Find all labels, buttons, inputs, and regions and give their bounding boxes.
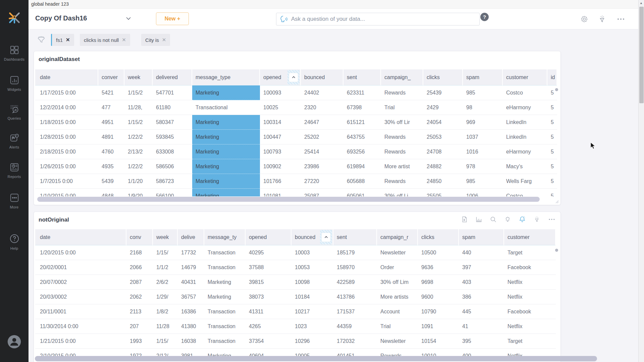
excel-export-icon[interactable] bbox=[461, 216, 468, 223]
user-avatar[interactable] bbox=[7, 335, 21, 349]
help-button[interactable]: ? bbox=[480, 13, 489, 21]
column-header-bounced[interactable]: bounced bbox=[291, 229, 333, 245]
column-header-campaign-[interactable]: campaign_ bbox=[381, 69, 423, 85]
settings-gear-icon[interactable] bbox=[580, 15, 589, 23]
selected-cell[interactable]: Marketing bbox=[192, 144, 260, 159]
widget-more-ellipsis-icon[interactable] bbox=[548, 216, 556, 223]
filter-funnel-sparkle-icon[interactable] bbox=[598, 15, 606, 23]
vertical-scrollbar[interactable] bbox=[555, 249, 558, 252]
cell: 10500 bbox=[418, 245, 459, 260]
cell: 20/02/0001 bbox=[35, 260, 126, 275]
chip-close-icon[interactable]: ✕ bbox=[122, 37, 126, 43]
column-header-spam[interactable]: spam bbox=[459, 229, 504, 245]
column-header-week[interactable]: week bbox=[153, 229, 178, 245]
selected-cell[interactable]: Marketing bbox=[192, 115, 260, 130]
ask-data-head-icon bbox=[280, 15, 288, 23]
column-header-id[interactable]: id bbox=[547, 69, 557, 85]
chip-close-icon[interactable]: ✕ bbox=[162, 37, 166, 43]
not-original-table: dateconvweekdelivemessage_tyopenedbounce… bbox=[35, 229, 556, 356]
chip-close-icon[interactable]: ✕ bbox=[66, 37, 70, 43]
page-horizontal-scrollbar[interactable] bbox=[35, 356, 597, 361]
search-input[interactable]: Ask a question of your data... bbox=[276, 13, 480, 25]
logo-icon bbox=[7, 11, 21, 25]
column-header-clicks[interactable]: clicks bbox=[418, 229, 459, 245]
selected-cell[interactable]: Marketing bbox=[192, 130, 260, 144]
cell: 100314 bbox=[260, 115, 301, 130]
cell: Transaction bbox=[204, 245, 246, 260]
dashboard-title-chevron-down-icon[interactable] bbox=[126, 17, 131, 20]
chart-type-icon[interactable] bbox=[475, 216, 482, 223]
cell: 67398 bbox=[343, 100, 381, 115]
browser-vertical-scrollbar[interactable]: ▲ bbox=[638, 0, 644, 362]
column-header-clicks[interactable]: clicks bbox=[423, 69, 463, 85]
app-logo[interactable] bbox=[7, 11, 21, 25]
column-header-conver[interactable]: conver bbox=[98, 69, 124, 85]
column-header-spam[interactable]: spam bbox=[463, 69, 503, 85]
filter-chip-city-is[interactable]: City is ✕ bbox=[141, 34, 170, 46]
horizontal-scrollbar[interactable] bbox=[37, 197, 540, 202]
selected-cell[interactable]: Marketing bbox=[192, 174, 260, 189]
new-button[interactable]: New + bbox=[156, 12, 189, 25]
column-header-bounced[interactable]: bounced bbox=[301, 69, 343, 85]
cell: 30% off Lir bbox=[381, 115, 423, 130]
table-row: 1/20/2015 0:0021681/15/17732Transaction4… bbox=[35, 245, 556, 260]
dashboard-title[interactable]: Copy Of Dash16 bbox=[35, 14, 87, 22]
column-header-message-type[interactable]: message_type bbox=[192, 69, 260, 85]
cell: 172032 bbox=[333, 334, 377, 349]
column-header-message-ty[interactable]: message_ty bbox=[204, 229, 246, 245]
alerts-bell-active-icon[interactable] bbox=[519, 216, 526, 223]
cell: 25414 bbox=[301, 144, 343, 159]
cell: 422589 bbox=[333, 275, 377, 290]
selected-cell[interactable]: Marketing bbox=[192, 85, 260, 100]
cell: Transaction bbox=[204, 334, 246, 349]
column-header-opened[interactable]: opened bbox=[260, 69, 301, 85]
selected-cell[interactable]: Marketing bbox=[192, 159, 260, 174]
sidebar-item-alerts[interactable]: Alerts bbox=[0, 133, 29, 149]
column-header-delivered[interactable]: delivered bbox=[153, 69, 192, 85]
filter-funnel-icon bbox=[37, 35, 46, 45]
filter-chip-clicks-not-null[interactable]: clicks is not null ✕ bbox=[80, 34, 130, 46]
filter-chip-fs1[interactable]: fs1 ✕ bbox=[51, 34, 74, 46]
column-header-conv[interactable]: conv bbox=[126, 229, 153, 245]
column-header-campaign-r[interactable]: campaign_r bbox=[377, 229, 418, 245]
widget-filter-funnel-icon[interactable] bbox=[533, 216, 540, 223]
column-label: sent bbox=[337, 234, 347, 240]
scrollbar-thumb[interactable] bbox=[639, 7, 644, 103]
cell: 10217 bbox=[291, 304, 333, 319]
column-header-delive[interactable]: delive bbox=[178, 229, 204, 245]
column-header-customer[interactable]: customer bbox=[503, 69, 547, 85]
scroll-up-arrow-icon[interactable]: ▲ bbox=[640, 1, 643, 5]
cell: 1993 bbox=[126, 334, 153, 349]
vertical-scrollbar[interactable] bbox=[555, 88, 558, 91]
cell: 2066 bbox=[126, 260, 153, 275]
cell: 25087 bbox=[301, 189, 343, 196]
cell: 40431 bbox=[178, 275, 204, 290]
widget-title: notOriginal bbox=[39, 217, 69, 223]
sidebar-item-reports[interactable]: Reports bbox=[0, 162, 29, 179]
cell: Netflix bbox=[504, 319, 556, 334]
sidebar-item-more[interactable]: More bbox=[0, 193, 29, 209]
resize-handle[interactable] bbox=[555, 199, 559, 203]
insights-bulb-icon[interactable] bbox=[504, 216, 511, 223]
sidebar-item-dashboards[interactable]: Dashboards bbox=[0, 45, 29, 61]
column-header-opened[interactable]: opened bbox=[246, 229, 291, 245]
column-header-customer[interactable]: customer bbox=[504, 229, 556, 245]
sidebar-item-label: Dashboards bbox=[0, 57, 29, 61]
column-header-sent[interactable]: sent bbox=[333, 229, 377, 245]
cell: 10003 bbox=[291, 245, 333, 260]
header-more-ellipsis-icon[interactable] bbox=[616, 15, 626, 23]
selected-cell[interactable]: Marketing bbox=[192, 189, 260, 196]
sidebar-item-help[interactable]: Help bbox=[0, 233, 29, 250]
column-header-week[interactable]: week bbox=[124, 69, 153, 85]
column-header-date[interactable]: date bbox=[35, 69, 98, 85]
cell: 24647 bbox=[301, 115, 343, 130]
cell: LinkedIn bbox=[503, 130, 547, 144]
column-header-date[interactable]: date bbox=[35, 229, 126, 245]
sidebar-item-queries[interactable]: Queries bbox=[0, 104, 29, 120]
sort-ascending-button[interactable] bbox=[289, 73, 298, 82]
zoom-search-icon[interactable] bbox=[490, 216, 497, 223]
column-header-sent[interactable]: sent bbox=[343, 69, 381, 85]
cell: 580347 bbox=[153, 115, 192, 130]
sidebar-item-widgets[interactable]: Widgets bbox=[0, 75, 29, 92]
sort-ascending-button[interactable] bbox=[322, 233, 330, 242]
